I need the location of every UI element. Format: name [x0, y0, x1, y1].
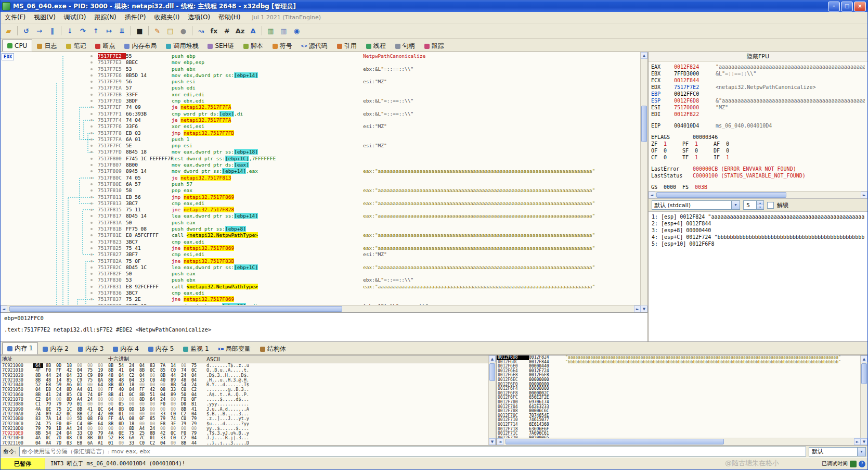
dump-byte[interactable]: A1	[95, 441, 106, 445]
breakpoint-dot[interactable]	[90, 74, 93, 77]
disasm-row[interactable]: 7517F7EF74 09je netapi32.7517F7FA	[1, 104, 641, 110]
disasm-row[interactable]: 7517F8178D45 14lea eax,dword ptr ss:[ebp…	[1, 213, 641, 219]
tab-breakpoints[interactable]: 断点	[90, 41, 120, 52]
dump-byte[interactable]: 8B	[178, 441, 189, 445]
arg-count-spinner[interactable]: 5 ▴▾	[743, 200, 764, 210]
scrollbar-track[interactable]	[503, 438, 854, 445]
step-over-icon[interactable]: ↷	[77, 25, 89, 36]
stack-row[interactable]: 0012F704642E3233	[497, 405, 867, 410]
title-bar[interactable]: MS_06_040.exe - PID: 3000 - 模块: netapi32…	[1, 1, 867, 12]
scroll-left-button[interactable]: ◄	[497, 438, 503, 445]
stack-row[interactable]: 0012F70800006C6C	[497, 409, 867, 414]
disasm-row[interactable]: 7517F7E553push ebxebx:&L"=::==::\\"	[1, 66, 641, 72]
breakpoint-dot[interactable]	[90, 158, 93, 160]
scrollbar-track[interactable]	[655, 192, 861, 198]
dump-byte[interactable]: 04	[33, 441, 43, 445]
pause-icon[interactable]: ‖	[46, 25, 58, 36]
dump-byte[interactable]: 6A	[85, 441, 95, 445]
disasm-row[interactable]: 7517F80E6A 57push 57	[1, 181, 641, 187]
breakpoint-dot[interactable]	[90, 228, 93, 230]
stack-row[interactable]: 0012F6F000000000	[497, 383, 867, 387]
animate-icon[interactable]: ⇊	[116, 25, 128, 36]
dump-byte[interactable]: A4	[43, 441, 54, 445]
disasm-row[interactable]: 7517F831E8 92FCFFFFcall <netapi32.NetpwP…	[1, 284, 641, 290]
tab-source[interactable]: <>源代码	[297, 41, 332, 52]
stack-row[interactable]: 0012F71C7A696C61	[497, 431, 867, 436]
run-to-cursor-icon[interactable]: ↦	[103, 25, 115, 36]
dump-byte[interactable]: E8	[74, 441, 85, 445]
breakpoint-dot[interactable]	[90, 113, 93, 115]
dump-byte[interactable]: C0	[137, 441, 147, 445]
tab-cpu[interactable]: CPU	[2, 40, 32, 52]
breakpoint-dot[interactable]	[90, 189, 93, 192]
breakpoint-dot[interactable]	[90, 87, 93, 89]
restart-icon[interactable]: ↺	[20, 25, 32, 36]
step-into-icon[interactable]: ↓	[64, 25, 76, 36]
disasm-row[interactable]: 7517F8233BC7cmp eax,edi	[1, 239, 641, 245]
tab-dump-3[interactable]: 内存 3	[73, 344, 108, 354]
disasm-row[interactable]: 7517F81A50push eax	[1, 220, 641, 226]
scrollbar-thumb[interactable]	[506, 439, 724, 444]
breakpoint-dot[interactable]	[90, 247, 93, 249]
scroll-down-button[interactable]: ▼	[641, 306, 647, 312]
dump-byte[interactable]: 01	[106, 441, 116, 445]
disasm-row[interactable]: 7517F82F50push eax	[1, 271, 641, 277]
disasm-row[interactable]: 7517F8273BF7cmp esi,ediesi:"MZ"	[1, 251, 641, 258]
memory-icon[interactable]: ▥	[278, 25, 290, 36]
step-out-icon[interactable]: ↑	[90, 25, 102, 36]
breakpoint-dot[interactable]	[90, 286, 93, 288]
chevron-down-icon[interactable]: ▾	[731, 201, 740, 209]
menu-item[interactable]: 视图(V)	[30, 12, 60, 23]
command-profile-select[interactable]: 默认 ▾	[809, 447, 866, 456]
tab-struct[interactable]: 结构体	[255, 344, 291, 354]
tab-symbols[interactable]: 符号	[268, 41, 297, 52]
breakpoint-dot[interactable]	[90, 170, 93, 172]
stack-row[interactable]: 0012F6FC656E2F2E	[497, 396, 867, 400]
dump-byte[interactable]: 33	[126, 441, 137, 445]
disasm-row[interactable]: 7517F7F166:393Bcmp word ptr ds:[ebx],die…	[1, 111, 641, 117]
menu-item[interactable]: 帮助(H)	[214, 12, 244, 23]
disassembly-horizontal-scrollbar[interactable]: ◄►	[1, 305, 641, 312]
stack-row[interactable]: 0012F6DC0012F844"bbbbbbbbbbbbbbbbbbbbbbb…	[497, 360, 867, 365]
scrollbar-track[interactable]	[489, 362, 496, 438]
disasm-row[interactable]: 7517F7EA57push edi	[1, 85, 641, 91]
tab-seh-chain[interactable]: SEH链	[203, 41, 238, 52]
scroll-down-button[interactable]: ▼	[861, 438, 867, 445]
stack-row[interactable]: 0012F7146E614368	[497, 423, 867, 427]
stack-row[interactable]: 0012F6EC00000000	[497, 378, 867, 383]
breakpoint-dot[interactable]	[90, 260, 93, 262]
disasm-row[interactable]: 7517F82A75 0Fjne netapi32.7517F83B	[1, 258, 641, 264]
breakpoint-dot[interactable]	[90, 119, 93, 121]
disasm-row[interactable]: 7517F7FA6A 01push 1	[1, 136, 641, 143]
hide-fpu-button[interactable]: 隐藏FPU	[649, 52, 867, 62]
dump-byte[interactable]: 7D	[54, 441, 64, 445]
tab-log[interactable]: 日志	[32, 41, 61, 52]
tab-dump-5[interactable]: 内存 5	[144, 344, 178, 354]
breakpoint-dot[interactable]	[90, 100, 93, 102]
tab-dump-2[interactable]: 内存 2	[38, 344, 73, 354]
breakpoint-dot[interactable]	[90, 177, 93, 179]
calling-convention-select[interactable]: 默认 (stdcall) ▾	[652, 200, 740, 210]
tab-threads[interactable]: 线程	[361, 41, 391, 52]
breakpoint-dot[interactable]	[90, 222, 93, 224]
menu-item[interactable]: 选项(O)	[184, 12, 214, 23]
memory-dump-pane[interactable]: 地址 十六进制 ASCII 7C921000648B0D180000008B54…	[1, 355, 496, 445]
close-button[interactable]: ×	[854, 2, 866, 11]
stack-row[interactable]: 0012F70C7074654E	[497, 414, 867, 418]
tab-script[interactable]: 脚本	[239, 41, 268, 52]
menu-item[interactable]: 跟踪(N)	[90, 12, 120, 23]
scroll-up-button[interactable]: ▲	[861, 355, 867, 362]
breakpoint-icon[interactable]: ●	[177, 25, 189, 36]
breakpoint-dot[interactable]	[90, 298, 93, 300]
tab-call-stack[interactable]: 调用堆栈	[161, 41, 203, 52]
trace-icon[interactable]: ↝	[195, 25, 207, 36]
disasm-row[interactable]: 7517F7F633F6xor esi,esiesi:"MZ"	[1, 123, 641, 130]
breakpoint-dot[interactable]	[90, 241, 93, 243]
breakpoint-dot[interactable]	[90, 68, 93, 70]
disassembly-vertical-scrollbar[interactable]: ▲▼	[640, 52, 647, 312]
disasm-row[interactable]: 7517F81575 11jne netapi32.7517F828	[1, 207, 641, 213]
run-icon[interactable]: →	[33, 25, 45, 36]
stack-row[interactable]: 0012F71863696E6F	[497, 427, 867, 432]
registers-content[interactable]: EAX0012F824"aaaaaaaaaaaaaaaaaaaaaaaaaaaa…	[649, 62, 867, 192]
breakpoint-dot[interactable]	[90, 183, 93, 185]
